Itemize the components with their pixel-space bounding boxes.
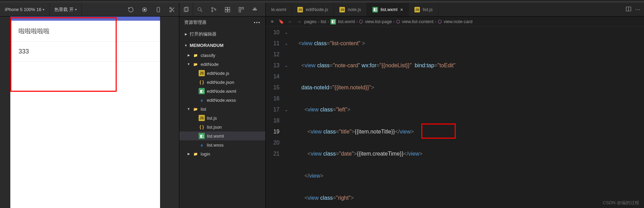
tab-list-js[interactable]: JSlist.js (409, 3, 439, 16)
symbol-icon: ⬡ (359, 19, 363, 24)
symbol-icon: ⬡ (438, 19, 442, 24)
editor-pane: le.wxml JSeditNode.js JSnote.js ◧list.wx… (266, 3, 644, 208)
wxml-icon: ◧ (330, 19, 336, 24)
phone-statusbar (10, 17, 160, 21)
folder-classify[interactable]: ▶📁classify (179, 51, 265, 60)
tab-note-js[interactable]: JSnote.js (334, 3, 367, 16)
refresh-icon[interactable] (124, 3, 138, 17)
list-icon[interactable]: ≡ (268, 18, 276, 26)
device-label: iPhone 5 100% 16 (5, 7, 41, 12)
file-editnode-js[interactable]: JSeditNode.js (179, 69, 265, 78)
folder-login[interactable]: ▶📁login (179, 149, 265, 158)
svg-point-8 (212, 7, 213, 9)
more-icon[interactable]: ⋯ (635, 6, 641, 13)
js-icon: JS (199, 70, 205, 76)
git-icon[interactable] (207, 3, 221, 17)
back-icon[interactable]: ← (286, 18, 294, 26)
svg-rect-14 (228, 10, 230, 12)
svg-point-4 (170, 10, 171, 12)
workspace-section[interactable]: ▼ MEMORANDUM (179, 40, 265, 51)
file-editnode-json[interactable]: { }editNode.json (179, 78, 265, 87)
symbol-icon: ⬡ (396, 19, 400, 24)
open-editors-section[interactable]: ▶ 打开的编辑器 (179, 28, 265, 40)
svg-rect-19 (254, 9, 255, 10)
svg-rect-18 (253, 9, 254, 10)
folder-editnode[interactable]: ▼📂editNode (179, 60, 265, 69)
wxml-icon: ◧ (199, 133, 205, 139)
folder-icon: 📁 (192, 151, 199, 157)
wxml-icon: ◧ (372, 7, 378, 12)
crumb-view3[interactable]: ⬡view.note-card (438, 19, 473, 24)
svg-rect-15 (239, 7, 241, 9)
bookmark-icon[interactable]: 🔖 (277, 18, 285, 26)
watermark: CSDN @编的过程 (603, 200, 639, 206)
split-icon[interactable] (625, 6, 632, 13)
svg-point-7 (198, 8, 201, 11)
svg-rect-13 (225, 10, 227, 12)
code-lines[interactable]: <view class="list-content" > <view class… (289, 27, 644, 208)
svg-rect-2 (157, 7, 160, 12)
highlight-box-2 (421, 123, 456, 139)
more-icon[interactable]: ••• (254, 20, 261, 25)
folder-open-icon: 📂 (192, 61, 199, 67)
layout-icon[interactable] (221, 3, 234, 17)
chevron-down-icon: ▾ (43, 8, 44, 11)
file-list-js[interactable]: JSlist.js (179, 113, 265, 122)
crumb-view2[interactable]: ⬡view.list-content (396, 19, 434, 24)
line-gutter: 101112131415161718192021 (266, 27, 283, 208)
wxss-icon: ⬨ (199, 97, 205, 103)
js-icon: JS (414, 7, 420, 12)
chevron-down-icon: ▼ (184, 44, 188, 47)
note-item-1[interactable]: 啦啦啦啦啦 (10, 21, 160, 42)
device-frame-icon[interactable] (151, 3, 165, 17)
wxml-icon: ◧ (199, 88, 205, 94)
file-list-json[interactable]: { }list.json (179, 122, 265, 131)
phone-frame: 啦啦啦啦啦 333 (10, 17, 160, 208)
simulator-pane: iPhone 5 100% 16 ▾ 热重载 开 ▾ 啦啦啦啦啦 333 (0, 3, 179, 208)
hot-reload-toggle[interactable]: 热重载 开 ▾ (50, 3, 82, 17)
json-icon: { } (199, 79, 205, 85)
folder-list[interactable]: ▼📂list (179, 105, 265, 113)
file-list-wxss[interactable]: ⬨list.wxss (179, 140, 265, 149)
file-list-wxml[interactable]: ◧list.wxml (179, 131, 265, 140)
editor-tabs: le.wxml JSeditNode.js JSnote.js ◧list.wx… (266, 3, 644, 17)
tab-editnode-js[interactable]: JSeditNode.js (292, 3, 334, 16)
explorer-header: 资源管理器 ••• (179, 17, 265, 28)
extensions-icon[interactable] (234, 3, 248, 17)
js-icon: JS (339, 7, 345, 12)
search-icon[interactable] (193, 3, 207, 17)
close-icon[interactable]: × (400, 7, 403, 12)
forward-icon[interactable]: → (295, 18, 303, 26)
crumb-view1[interactable]: ⬡view.list-page (359, 19, 392, 24)
svg-rect-20 (256, 9, 257, 10)
tab-list-wxml[interactable]: ◧list.wxml× (367, 3, 409, 16)
svg-rect-16 (242, 7, 244, 9)
file-tree: ▶📁classify ▼📂editNode JSeditNode.js { }e… (179, 51, 265, 158)
sim-toolbar: iPhone 5 100% 16 ▾ 热重载 开 ▾ (0, 3, 179, 17)
tab-le-wxml[interactable]: le.wxml (266, 3, 292, 16)
note-item-2[interactable]: 333 (10, 42, 160, 62)
js-icon: JS (199, 115, 205, 121)
device-selector[interactable]: iPhone 5 100% 16 ▾ (0, 3, 50, 17)
crumb-pages[interactable]: pages (304, 19, 316, 24)
record-icon[interactable] (138, 3, 151, 17)
docker-icon[interactable] (248, 3, 262, 17)
code-editor[interactable]: 101112131415161718192021 ⌄⌄⌄⌄ <view clas… (266, 27, 644, 208)
fold-gutter: ⌄⌄⌄⌄ (283, 27, 289, 208)
file-editnode-wxss[interactable]: ⬨editNode.wxss (179, 96, 265, 105)
svg-rect-17 (239, 10, 241, 12)
explorer-pane: 资源管理器 ••• ▶ 打开的编辑器 ▼ MEMORANDUM ▶📁classi… (179, 3, 266, 208)
crumb-file[interactable]: ◧list.wxml (330, 19, 355, 24)
svg-point-1 (144, 9, 146, 10)
breadcrumb: ≡ 🔖 ← → pages› list› ◧list.wxml› ⬡view.l… (266, 17, 644, 27)
crumb-list[interactable]: list (321, 19, 326, 24)
cut-icon[interactable] (165, 3, 179, 17)
explorer-toolbar (179, 3, 265, 17)
file-editnode-wxml[interactable]: ◧editNode.wxml (179, 87, 265, 96)
sim-viewport: 啦啦啦啦啦 333 (0, 17, 179, 208)
json-icon: { } (199, 124, 205, 130)
folder-open-icon: 📂 (192, 106, 199, 112)
svg-point-9 (212, 10, 213, 12)
chevron-right-icon: ▶ (184, 32, 188, 36)
files-icon[interactable] (179, 3, 193, 17)
